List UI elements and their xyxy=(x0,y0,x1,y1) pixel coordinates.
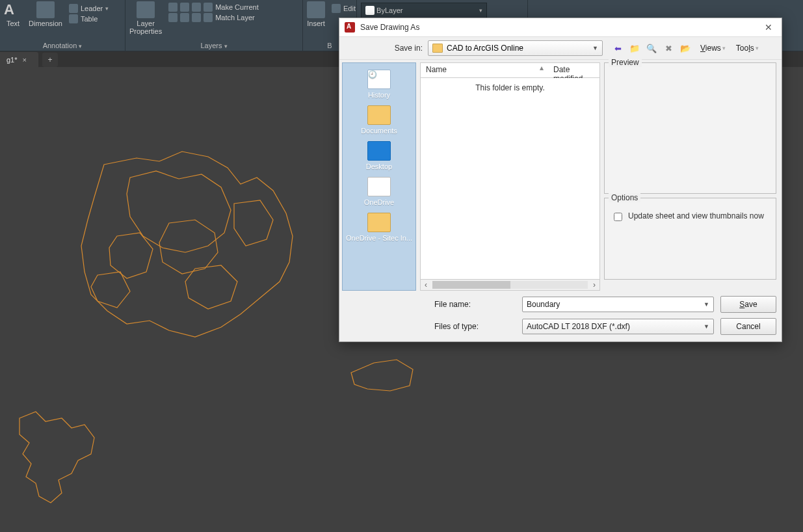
place-history[interactable]: 🕘 History xyxy=(343,67,415,101)
save-in-value: CAD to ArcGIS Online xyxy=(447,44,523,53)
place-onedrive-sitec[interactable]: OneDrive - Sitec In... xyxy=(343,210,415,245)
leader-label: Leader xyxy=(81,5,103,12)
file-list: Name ▴ Date modified This folder is empt… xyxy=(420,62,600,291)
update-thumbnails-checkbox[interactable]: Update sheet and view thumbnails now xyxy=(611,211,769,223)
text-button[interactable]: A Text xyxy=(4,1,22,27)
tools-menu[interactable]: Tools▾ xyxy=(733,42,761,55)
up-folder-icon[interactable]: 📁 xyxy=(627,42,642,55)
layer-tool-2[interactable]: Match Layer xyxy=(168,13,259,22)
dialog-title: Save Drawing As xyxy=(360,23,761,32)
boundary-shape-3 xyxy=(0,392,130,532)
leader-button[interactable]: Leader ▾ xyxy=(69,4,109,13)
back-icon[interactable]: ⬅ xyxy=(611,42,625,55)
match-layer-label: Match Layer xyxy=(215,14,255,21)
search-web-icon[interactable]: 🔍 xyxy=(644,42,659,55)
edit-icon xyxy=(332,4,341,13)
new-folder-icon[interactable]: 📂 xyxy=(678,42,692,55)
dimension-label: Dimension xyxy=(29,20,62,27)
documents-icon xyxy=(367,105,391,125)
drawing-tab[interactable]: g1* × xyxy=(0,52,38,68)
layer-properties-icon xyxy=(137,1,155,18)
insert-button[interactable]: Insert xyxy=(307,1,325,27)
text-label: Text xyxy=(7,20,20,27)
boundary-shape-2 xyxy=(338,347,442,425)
place-onedrive[interactable]: OneDrive xyxy=(343,174,415,209)
table-label: Table xyxy=(81,15,98,23)
update-thumbnails-label: Update sheet and view thumbnails now xyxy=(628,211,764,220)
file-name-label: File name: xyxy=(428,300,516,309)
dialog-footer: File name: Boundary ▼ Save Files of type… xyxy=(339,293,782,341)
sort-indicator-icon: ▴ xyxy=(535,63,548,77)
place-desktop-label: Desktop xyxy=(366,163,392,170)
scroll-thumb[interactable] xyxy=(432,281,510,289)
insert-icon xyxy=(307,1,325,18)
dialog-toolbar: Save in: CAD to ArcGIS Online ▼ ⬅ 📁 🔍 ✖ … xyxy=(339,37,782,60)
scroll-left-icon[interactable]: ‹ xyxy=(421,280,431,289)
side-panel: Preview Options Update sheet and view th… xyxy=(604,62,776,291)
close-icon[interactable]: ✕ xyxy=(761,22,776,33)
place-documents-label: Documents xyxy=(361,127,397,135)
onedrive-icon xyxy=(367,177,391,196)
file-type-label: Files of type: xyxy=(428,322,516,331)
group-label-layers: Layers xyxy=(200,42,222,49)
scroll-track[interactable] xyxy=(432,281,588,289)
place-desktop[interactable]: Desktop xyxy=(343,139,415,173)
layer-properties-label: Layer Properties xyxy=(129,20,162,35)
onedrive-sitec-icon xyxy=(367,213,391,232)
file-list-body[interactable]: This folder is empty. xyxy=(420,78,600,280)
text-icon: A xyxy=(4,1,22,18)
empty-folder-message: This folder is empty. xyxy=(475,83,544,92)
table-button[interactable]: Table xyxy=(69,14,109,23)
chevron-down-icon: ▼ xyxy=(592,45,598,51)
update-thumbnails-input[interactable] xyxy=(614,213,622,221)
layer-tool-1[interactable]: Make Current xyxy=(168,3,259,12)
place-documents[interactable]: Documents xyxy=(343,103,415,137)
views-menu[interactable]: Views▾ xyxy=(698,42,728,55)
edit-button[interactable]: Edit xyxy=(332,4,356,13)
desktop-icon xyxy=(367,141,391,161)
delete-icon[interactable]: ✖ xyxy=(661,42,676,55)
leader-icon xyxy=(69,4,78,13)
file-name-value: Boundary xyxy=(527,300,560,309)
ribbon-group-annotation: A Text Dimension Leader ▾ Table Annotati… xyxy=(0,0,125,51)
save-button[interactable]: Save xyxy=(720,296,776,313)
file-list-header[interactable]: Name ▴ Date modified xyxy=(420,62,600,78)
insert-label: Insert xyxy=(307,20,325,27)
layer-combo-value: ByLayer xyxy=(376,7,402,14)
new-tab-button[interactable]: + xyxy=(42,53,58,67)
column-date[interactable]: Date modified xyxy=(548,63,599,77)
preview-box: Preview xyxy=(604,62,776,194)
save-in-label: Save in: xyxy=(345,44,423,53)
places-bar: 🕘 History Documents Desktop OneDrive One… xyxy=(342,62,416,291)
file-name-input[interactable]: Boundary ▼ xyxy=(522,297,714,312)
chevron-down-icon: ▼ xyxy=(704,323,709,330)
dialog-titlebar[interactable]: Save Drawing As ✕ xyxy=(339,18,782,37)
swatch-icon xyxy=(365,6,375,15)
make-current-label: Make Current xyxy=(215,3,259,11)
layer-properties-button[interactable]: Layer Properties xyxy=(129,1,162,35)
dimension-button[interactable]: Dimension xyxy=(29,1,62,27)
column-name[interactable]: Name xyxy=(421,63,535,77)
file-type-combo[interactable]: AutoCAD LT 2018 DXF (*.dxf) ▼ xyxy=(522,319,714,334)
ribbon-group-layers: Layer Properties Make Current Match Laye… xyxy=(125,0,303,51)
place-onedrive-label: OneDrive xyxy=(364,198,394,206)
chevron-down-icon: ▼ xyxy=(704,301,709,308)
preview-label: Preview xyxy=(609,58,642,67)
layer-combo-1[interactable]: ByLayer ▾ xyxy=(361,3,487,18)
horizontal-scrollbar[interactable]: ‹ › xyxy=(420,280,600,291)
save-as-dialog: Save Drawing As ✕ Save in: CAD to ArcGIS… xyxy=(339,18,782,342)
group-label-annotation: Annotation xyxy=(43,42,77,49)
save-in-combo[interactable]: CAD to ArcGIS Online ▼ xyxy=(428,40,603,56)
history-icon: 🕘 xyxy=(367,70,391,89)
place-onedrive-sitec-label: OneDrive - Sitec In... xyxy=(346,234,412,242)
drawing-tab-label: g1* xyxy=(7,56,18,64)
tab-close-icon[interactable]: × xyxy=(23,56,27,64)
folder-icon xyxy=(432,44,443,53)
edit-label: Edit xyxy=(343,5,356,12)
place-history-label: History xyxy=(368,91,390,99)
file-type-value: AutoCAD LT 2018 DXF (*.dxf) xyxy=(527,322,630,331)
dimension-icon xyxy=(36,1,55,18)
cancel-button[interactable]: Cancel xyxy=(720,318,776,335)
options-box: Options Update sheet and view thumbnails… xyxy=(604,198,776,280)
scroll-right-icon[interactable]: › xyxy=(589,280,599,289)
